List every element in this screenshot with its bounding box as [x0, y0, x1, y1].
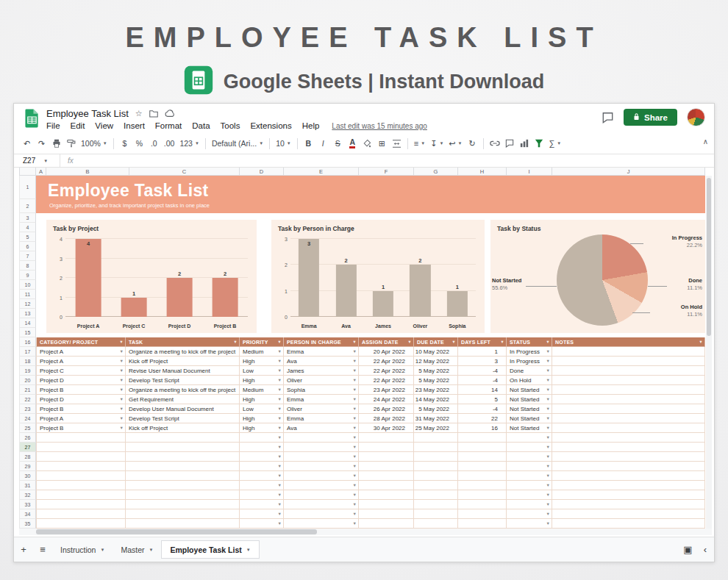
row-header-22[interactable]: 22: [19, 395, 36, 404]
dropdown-icon[interactable]: ▼: [353, 426, 357, 430]
cell-notes[interactable]: [552, 376, 705, 385]
menu-view[interactable]: View: [90, 121, 118, 131]
cell-notes[interactable]: [552, 509, 705, 519]
dropdown-icon[interactable]: ▼: [278, 359, 282, 363]
cell-days[interactable]: 16: [458, 423, 507, 433]
cell-due[interactable]: 25 May 2022: [414, 423, 458, 433]
menu-edit[interactable]: Edit: [65, 121, 90, 131]
cell-assign[interactable]: 26 Apr 2022: [359, 404, 414, 414]
row-header-3[interactable]: 3: [19, 213, 36, 223]
cell-due[interactable]: [414, 433, 458, 443]
menu-tools[interactable]: Tools: [215, 121, 246, 131]
cell-days[interactable]: -4: [458, 376, 507, 385]
row-header-4[interactable]: 4: [19, 223, 36, 232]
cell-notes[interactable]: [552, 443, 705, 452]
cell-task[interactable]: [126, 443, 240, 452]
row-header-12[interactable]: 12: [19, 299, 36, 309]
cell-category[interactable]: [36, 471, 126, 481]
bar[interactable]: 2: [213, 278, 238, 317]
dropdown-icon[interactable]: ▼: [353, 378, 357, 382]
dropdown-icon[interactable]: ▼: [546, 473, 550, 478]
cell-due[interactable]: [414, 452, 458, 462]
row-header-26[interactable]: 26: [19, 433, 36, 443]
font-size-select[interactable]: 10▼: [274, 136, 293, 151]
format-currency-icon[interactable]: $: [118, 136, 132, 151]
dropdown-icon[interactable]: ▼: [120, 416, 124, 420]
cell-status[interactable]: Not Started▼: [507, 404, 552, 414]
cell-assign[interactable]: [359, 443, 414, 452]
cell-due[interactable]: [414, 443, 458, 452]
dropdown-icon[interactable]: ▼: [546, 493, 550, 497]
cell-assign[interactable]: 30 Apr 2022: [359, 423, 414, 433]
row-header-15[interactable]: 15: [19, 328, 36, 337]
row-header-21[interactable]: 21: [19, 385, 36, 395]
cell-assign[interactable]: [359, 471, 414, 481]
dropdown-icon[interactable]: ▼: [353, 416, 357, 420]
vertical-scrollbar[interactable]: [706, 176, 712, 529]
dropdown-icon[interactable]: ▼: [353, 359, 357, 363]
decrease-decimal-icon[interactable]: .0: [147, 136, 161, 151]
move-folder-icon[interactable]: [149, 110, 158, 118]
cell-days[interactable]: 5: [458, 395, 507, 404]
dropdown-icon[interactable]: ▼: [353, 445, 357, 449]
add-sheet-icon[interactable]: +: [14, 544, 33, 555]
filter-chevron-icon[interactable]: ▼: [452, 340, 456, 344]
cell-category[interactable]: [36, 462, 126, 471]
cell-task[interactable]: [126, 481, 240, 490]
column-header-A[interactable]: A: [36, 168, 46, 176]
dropdown-icon[interactable]: ▼: [278, 493, 282, 497]
paint-format-icon[interactable]: [64, 136, 78, 151]
dropdown-icon[interactable]: ▼: [353, 368, 357, 373]
cell-days[interactable]: [458, 462, 507, 471]
cell-category[interactable]: Project A▼: [36, 414, 126, 423]
cell-person[interactable]: ▼: [284, 490, 359, 500]
dropdown-icon[interactable]: ▼: [278, 483, 282, 487]
row-header-5[interactable]: 5: [19, 232, 36, 242]
cell-status[interactable]: In Progress▼: [507, 357, 552, 366]
dropdown-icon[interactable]: ▼: [353, 387, 357, 392]
cell-category[interactable]: [36, 519, 126, 529]
dropdown-icon[interactable]: ▼: [546, 454, 550, 459]
cell-person[interactable]: ▼: [284, 519, 359, 529]
menu-file[interactable]: File: [41, 121, 65, 131]
fill-color-icon[interactable]: [360, 136, 374, 151]
cell-category[interactable]: Project A▼: [36, 357, 126, 366]
horizontal-scrollbar[interactable]: [19, 529, 712, 535]
row-header-19[interactable]: 19: [19, 366, 36, 376]
insert-link-icon[interactable]: [488, 136, 502, 151]
dropdown-icon[interactable]: ▼: [278, 502, 282, 506]
cell-person[interactable]: ▼: [284, 443, 359, 452]
cell-category[interactable]: [36, 500, 126, 509]
cell-assign[interactable]: [359, 452, 414, 462]
cell-person[interactable]: ▼: [284, 452, 359, 462]
dropdown-icon[interactable]: ▼: [120, 368, 124, 373]
cell-person[interactable]: ▼: [284, 509, 359, 519]
dropdown-icon[interactable]: ▼: [546, 464, 550, 468]
insert-comment-icon[interactable]: [503, 136, 517, 151]
cell-priority[interactable]: Medium▼: [240, 385, 284, 395]
cell-due[interactable]: [414, 462, 458, 471]
cell-assign[interactable]: 28 Apr 2022: [359, 414, 414, 423]
dropdown-icon[interactable]: ▼: [278, 397, 282, 401]
row-header-34[interactable]: 34: [19, 509, 36, 519]
cell-due[interactable]: 31 May 2022: [414, 414, 458, 423]
dropdown-icon[interactable]: ▼: [546, 349, 550, 354]
row-header-7[interactable]: 7: [19, 251, 36, 261]
tab-chevron-icon[interactable]: ▼: [100, 548, 104, 552]
cell-category[interactable]: [36, 509, 126, 519]
cell-task[interactable]: [126, 500, 240, 509]
cell-assign[interactable]: [359, 509, 414, 519]
cell-assign[interactable]: [359, 433, 414, 443]
cell-due[interactable]: 5 May 2022: [414, 376, 458, 385]
cell-task[interactable]: [126, 462, 240, 471]
column-header-B[interactable]: B: [46, 168, 129, 176]
cell-category[interactable]: [36, 490, 126, 500]
undo-icon[interactable]: ↶: [20, 136, 34, 151]
cell-category[interactable]: Project B▼: [36, 385, 126, 395]
dropdown-icon[interactable]: ▼: [278, 521, 282, 526]
cell-assign[interactable]: 20 Apr 2022: [359, 347, 414, 357]
column-header-I[interactable]: I: [507, 168, 552, 176]
dropdown-icon[interactable]: ▼: [120, 397, 124, 401]
row-header-20[interactable]: 20: [19, 376, 36, 385]
bold-icon[interactable]: B: [301, 136, 315, 151]
